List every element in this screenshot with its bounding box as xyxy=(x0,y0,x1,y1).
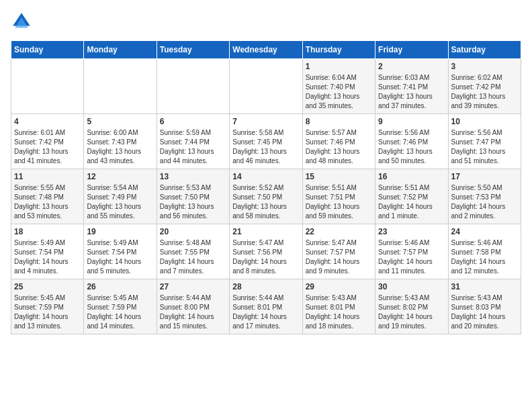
day-detail: Sunrise: 5:56 AM Sunset: 7:46 PM Dayligh… xyxy=(378,128,445,166)
day-detail: Sunrise: 5:46 AM Sunset: 7:57 PM Dayligh… xyxy=(378,238,445,276)
calendar-week-row: 25Sunrise: 5:45 AM Sunset: 7:59 PM Dayli… xyxy=(11,279,521,334)
day-number: 8 xyxy=(306,117,372,126)
calendar-cell: 22Sunrise: 5:47 AM Sunset: 7:57 PM Dayli… xyxy=(302,224,375,279)
logo xyxy=(11,11,35,32)
day-number: 9 xyxy=(378,117,445,126)
day-detail: Sunrise: 5:48 AM Sunset: 7:55 PM Dayligh… xyxy=(160,238,226,276)
logo-icon xyxy=(11,11,32,32)
calendar-cell: 8Sunrise: 5:57 AM Sunset: 7:46 PM Daylig… xyxy=(302,114,375,169)
day-number: 28 xyxy=(232,282,299,291)
day-number: 27 xyxy=(160,282,226,291)
day-detail: Sunrise: 5:43 AM Sunset: 8:03 PM Dayligh… xyxy=(451,293,518,331)
day-number: 22 xyxy=(306,227,372,236)
day-detail: Sunrise: 5:53 AM Sunset: 7:50 PM Dayligh… xyxy=(160,183,226,221)
day-detail: Sunrise: 5:51 AM Sunset: 7:51 PM Dayligh… xyxy=(306,183,372,221)
day-detail: Sunrise: 5:45 AM Sunset: 7:59 PM Dayligh… xyxy=(14,293,81,331)
calendar-cell: 28Sunrise: 5:44 AM Sunset: 8:01 PM Dayli… xyxy=(230,279,302,334)
calendar-cell: 15Sunrise: 5:51 AM Sunset: 7:51 PM Dayli… xyxy=(302,169,375,224)
calendar-cell: 26Sunrise: 5:45 AM Sunset: 7:59 PM Dayli… xyxy=(84,279,157,334)
calendar-cell: 29Sunrise: 5:43 AM Sunset: 8:01 PM Dayli… xyxy=(302,279,375,334)
day-number: 15 xyxy=(306,172,372,181)
weekday-header: Wednesday xyxy=(230,41,302,59)
day-number: 5 xyxy=(87,117,153,126)
calendar-cell: 27Sunrise: 5:44 AM Sunset: 8:00 PM Dayli… xyxy=(157,279,229,334)
calendar-cell: 14Sunrise: 5:52 AM Sunset: 7:50 PM Dayli… xyxy=(230,169,302,224)
day-number: 10 xyxy=(451,117,518,126)
calendar-cell: 19Sunrise: 5:49 AM Sunset: 7:54 PM Dayli… xyxy=(84,224,157,279)
calendar-cell: 6Sunrise: 5:59 AM Sunset: 7:44 PM Daylig… xyxy=(157,114,229,169)
day-detail: Sunrise: 5:59 AM Sunset: 7:44 PM Dayligh… xyxy=(160,128,226,166)
weekday-header: Thursday xyxy=(302,41,375,59)
calendar-cell: 18Sunrise: 5:49 AM Sunset: 7:54 PM Dayli… xyxy=(11,224,84,279)
day-number: 7 xyxy=(232,117,299,126)
calendar-cell: 2Sunrise: 6:03 AM Sunset: 7:41 PM Daylig… xyxy=(375,59,448,114)
day-number: 14 xyxy=(232,172,299,181)
day-detail: Sunrise: 5:47 AM Sunset: 7:57 PM Dayligh… xyxy=(306,238,372,276)
page-header xyxy=(11,11,521,32)
day-number: 26 xyxy=(87,282,153,291)
calendar-cell: 20Sunrise: 5:48 AM Sunset: 7:55 PM Dayli… xyxy=(157,224,229,279)
day-detail: Sunrise: 6:03 AM Sunset: 7:41 PM Dayligh… xyxy=(378,73,445,111)
weekday-header: Sunday xyxy=(11,41,84,59)
calendar-cell xyxy=(84,59,157,114)
day-number: 23 xyxy=(378,227,445,236)
day-number: 25 xyxy=(14,282,81,291)
day-detail: Sunrise: 5:55 AM Sunset: 7:48 PM Dayligh… xyxy=(14,183,81,221)
day-number: 24 xyxy=(451,227,518,236)
weekday-header: Saturday xyxy=(448,41,521,59)
calendar-cell: 25Sunrise: 5:45 AM Sunset: 7:59 PM Dayli… xyxy=(11,279,84,334)
day-detail: Sunrise: 5:45 AM Sunset: 7:59 PM Dayligh… xyxy=(87,293,153,331)
calendar-cell: 12Sunrise: 5:54 AM Sunset: 7:49 PM Dayli… xyxy=(84,169,157,224)
calendar-cell xyxy=(11,59,84,114)
day-detail: Sunrise: 6:01 AM Sunset: 7:42 PM Dayligh… xyxy=(14,128,81,166)
day-detail: Sunrise: 6:02 AM Sunset: 7:42 PM Dayligh… xyxy=(451,73,518,111)
calendar-cell: 10Sunrise: 5:56 AM Sunset: 7:47 PM Dayli… xyxy=(448,114,521,169)
calendar-cell: 7Sunrise: 5:58 AM Sunset: 7:45 PM Daylig… xyxy=(230,114,302,169)
calendar-cell: 21Sunrise: 5:47 AM Sunset: 7:56 PM Dayli… xyxy=(230,224,302,279)
day-number: 16 xyxy=(378,172,445,181)
weekday-header: Friday xyxy=(375,41,448,59)
day-detail: Sunrise: 5:47 AM Sunset: 7:56 PM Dayligh… xyxy=(232,238,299,276)
calendar-cell: 5Sunrise: 6:00 AM Sunset: 7:43 PM Daylig… xyxy=(84,114,157,169)
weekday-header-row: SundayMondayTuesdayWednesdayThursdayFrid… xyxy=(11,41,521,59)
day-detail: Sunrise: 5:57 AM Sunset: 7:46 PM Dayligh… xyxy=(306,128,372,166)
calendar-cell: 3Sunrise: 6:02 AM Sunset: 7:42 PM Daylig… xyxy=(448,59,521,114)
calendar-cell xyxy=(157,59,229,114)
calendar-cell: 31Sunrise: 5:43 AM Sunset: 8:03 PM Dayli… xyxy=(448,279,521,334)
day-number: 1 xyxy=(306,62,372,71)
day-detail: Sunrise: 5:52 AM Sunset: 7:50 PM Dayligh… xyxy=(232,183,299,221)
calendar-cell: 16Sunrise: 5:51 AM Sunset: 7:52 PM Dayli… xyxy=(375,169,448,224)
calendar-cell: 4Sunrise: 6:01 AM Sunset: 7:42 PM Daylig… xyxy=(11,114,84,169)
day-detail: Sunrise: 6:04 AM Sunset: 7:40 PM Dayligh… xyxy=(306,73,372,111)
calendar-cell: 1Sunrise: 6:04 AM Sunset: 7:40 PM Daylig… xyxy=(302,59,375,114)
day-detail: Sunrise: 5:49 AM Sunset: 7:54 PM Dayligh… xyxy=(14,238,81,276)
day-number: 11 xyxy=(14,172,81,181)
day-number: 17 xyxy=(451,172,518,181)
day-number: 31 xyxy=(451,282,518,291)
weekday-header: Monday xyxy=(84,41,157,59)
day-number: 12 xyxy=(87,172,153,181)
calendar-week-row: 4Sunrise: 6:01 AM Sunset: 7:42 PM Daylig… xyxy=(11,114,521,169)
calendar-cell: 24Sunrise: 5:46 AM Sunset: 7:58 PM Dayli… xyxy=(448,224,521,279)
day-number: 13 xyxy=(160,172,226,181)
calendar-cell: 17Sunrise: 5:50 AM Sunset: 7:53 PM Dayli… xyxy=(448,169,521,224)
day-number: 29 xyxy=(306,282,372,291)
day-detail: Sunrise: 5:43 AM Sunset: 8:02 PM Dayligh… xyxy=(378,293,445,331)
day-detail: Sunrise: 5:46 AM Sunset: 7:58 PM Dayligh… xyxy=(451,238,518,276)
calendar-cell xyxy=(230,59,302,114)
calendar-cell: 23Sunrise: 5:46 AM Sunset: 7:57 PM Dayli… xyxy=(375,224,448,279)
day-number: 19 xyxy=(87,227,153,236)
day-detail: Sunrise: 5:54 AM Sunset: 7:49 PM Dayligh… xyxy=(87,183,153,221)
day-number: 21 xyxy=(232,227,299,236)
day-number: 18 xyxy=(14,227,81,236)
day-number: 2 xyxy=(378,62,445,71)
day-number: 4 xyxy=(14,117,81,126)
day-detail: Sunrise: 5:43 AM Sunset: 8:01 PM Dayligh… xyxy=(306,293,372,331)
day-number: 3 xyxy=(451,62,518,71)
day-detail: Sunrise: 5:49 AM Sunset: 7:54 PM Dayligh… xyxy=(87,238,153,276)
day-number: 20 xyxy=(160,227,226,236)
calendar-cell: 30Sunrise: 5:43 AM Sunset: 8:02 PM Dayli… xyxy=(375,279,448,334)
day-detail: Sunrise: 5:44 AM Sunset: 8:00 PM Dayligh… xyxy=(160,293,226,331)
day-detail: Sunrise: 5:51 AM Sunset: 7:52 PM Dayligh… xyxy=(378,183,445,221)
day-detail: Sunrise: 5:44 AM Sunset: 8:01 PM Dayligh… xyxy=(232,293,299,331)
